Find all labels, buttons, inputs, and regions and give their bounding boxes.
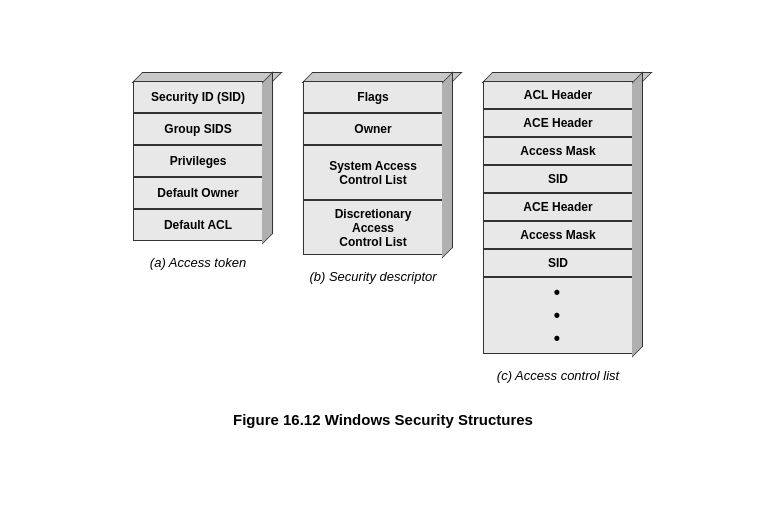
front-b: Flags Owner System AccessControl List Di… bbox=[303, 81, 443, 255]
cell-flags: Flags bbox=[303, 81, 443, 113]
cell-sid-2: SID bbox=[483, 249, 633, 277]
stack-3d-c: ACL Header ACE Header Access Mask SID AC… bbox=[483, 81, 633, 354]
cell-dots: • • • bbox=[483, 277, 633, 354]
cell-group-sids: Group SIDS bbox=[133, 113, 263, 145]
front-a: Security ID (SID) Group SIDS Privileges … bbox=[133, 81, 263, 241]
cell-default-acl: Default ACL bbox=[133, 209, 263, 241]
cell-ace-header-2: ACE Header bbox=[483, 193, 633, 221]
cell-default-owner: Default Owner bbox=[133, 177, 263, 209]
label-c: (c) Access control list bbox=[497, 368, 619, 383]
cell-access-mask-1: Access Mask bbox=[483, 137, 633, 165]
diagram-security-descriptor: Flags Owner System AccessControl List Di… bbox=[303, 81, 443, 284]
diagrams-row: Security ID (SID) Group SIDS Privileges … bbox=[133, 81, 633, 383]
cell-owner: Owner bbox=[303, 113, 443, 145]
label-a: (a) Access token bbox=[150, 255, 246, 270]
label-b: (b) Security descriptor bbox=[309, 269, 436, 284]
stack-3d-a: Security ID (SID) Group SIDS Privileges … bbox=[133, 81, 263, 241]
cell-ace-header-1: ACE Header bbox=[483, 109, 633, 137]
cell-access-mask-2: Access Mask bbox=[483, 221, 633, 249]
cell-sacl: System AccessControl List bbox=[303, 145, 443, 200]
cell-dacl: DiscretionaryAccessControl List bbox=[303, 200, 443, 255]
cell-privileges: Privileges bbox=[133, 145, 263, 177]
front-c: ACL Header ACE Header Access Mask SID AC… bbox=[483, 81, 633, 354]
cell-acl-header: ACL Header bbox=[483, 81, 633, 109]
diagram-access-token: Security ID (SID) Group SIDS Privileges … bbox=[133, 81, 263, 270]
figure-caption: Figure 16.12 Windows Security Structures bbox=[233, 411, 533, 428]
diagram-acl: ACL Header ACE Header Access Mask SID AC… bbox=[483, 81, 633, 383]
stack-3d-b: Flags Owner System AccessControl List Di… bbox=[303, 81, 443, 255]
cell-sid: Security ID (SID) bbox=[133, 81, 263, 113]
cell-sid-1: SID bbox=[483, 165, 633, 193]
